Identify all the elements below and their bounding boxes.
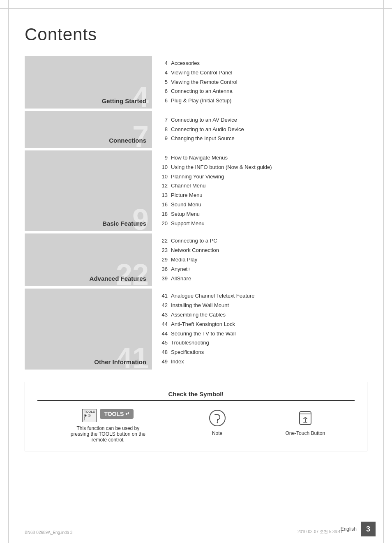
svg-point-0	[210, 410, 225, 426]
toc-item: 13Picture Menu	[159, 191, 367, 200]
toc-item: 42Installing the Wall Mount	[159, 301, 367, 310]
toc-item-text: Connecting to an Audio Device	[171, 125, 244, 134]
toc-item-text: Index	[171, 358, 184, 366]
toc-item: 4Viewing the Control Panel	[159, 69, 367, 77]
toc-item-page: 13	[159, 191, 168, 200]
toc-item-page: 6	[159, 87, 168, 96]
toc-item: 10Planning Your Viewing	[159, 173, 367, 181]
toc-item-page: 18	[159, 210, 168, 219]
footer-language: English	[341, 526, 357, 532]
symbol-box: Check the Symbol! TOOLS ◉ ◎ ʃ TOOLS ↵ Th…	[25, 382, 367, 451]
symbol-item-one-touch: One-Touch Button	[285, 409, 325, 436]
toc-item-text: Network Connection	[171, 246, 219, 255]
toc-item-text: Anynet+	[171, 265, 191, 274]
toc-item-page: 5	[159, 78, 168, 87]
toc-item: 7Connecting to an AV Device	[159, 116, 367, 125]
toc-item: 22Connecting to a PC	[159, 237, 367, 245]
toc-section-connections: Connections77Connecting to an AV Device8…	[25, 111, 367, 148]
section-number-getting-started: 4	[132, 82, 149, 109]
toc-section-getting-started: Getting Started44Accessories4Viewing the…	[25, 56, 367, 109]
toc-item-text: Picture Menu	[171, 191, 203, 200]
section-label-connections: Connections7	[25, 111, 152, 148]
section-label-getting-started: Getting Started4	[25, 56, 152, 109]
toc-item-text: Viewing the Control Panel	[171, 69, 232, 77]
toc-item: 23Network Connection	[159, 246, 367, 255]
section-number-connections: 7	[132, 122, 149, 148]
toc-item: 36Anynet+	[159, 265, 367, 274]
page-border-top	[0, 8, 392, 9]
toc-item-text: Anti-Theft Kensington Lock	[171, 320, 235, 329]
one-touch-symbol-label: One-Touch Button	[285, 430, 325, 436]
toc-item: 20Support Menu	[159, 220, 367, 228]
page-border-left	[8, 0, 9, 543]
toc-item: 5Viewing the Remote Control	[159, 78, 367, 87]
toc-item-text: Planning Your Viewing	[171, 173, 224, 181]
toc-item-page: 9	[159, 134, 168, 143]
toc-item: 16Sound Menu	[159, 201, 367, 209]
toc-item: 39AllShare	[159, 275, 367, 283]
toc-item: 10Using the INFO button (Now & Next guid…	[159, 163, 367, 172]
toc-item-text: Connecting to an Antenna	[171, 87, 233, 96]
section-name-connections: Connections	[109, 137, 146, 144]
toc-item: 45Troubleshooting	[159, 339, 367, 347]
page-border-right	[383, 0, 384, 543]
section-label-other-information: Other Information41	[25, 289, 152, 369]
toc-item-page: 12	[159, 182, 168, 190]
page-number-badge: 3	[361, 522, 376, 536]
toc-item-page: 48	[159, 348, 168, 357]
toc-item: 29Media Play	[159, 256, 367, 264]
toc-item-text: Using the INFO button (Now & Next guide)	[171, 163, 272, 172]
toc-item-page: 22	[159, 237, 168, 245]
toc-item: 44Securing the TV to the Wall	[159, 330, 367, 338]
toc-item-text: Securing the TV to the Wall	[171, 330, 236, 338]
toc-item-text: Installing the Wall Mount	[171, 301, 229, 310]
toc-item-text: How to Navigate Menus	[171, 154, 228, 162]
toc-item-text: Sound Menu	[171, 201, 201, 209]
toc-item-page: 10	[159, 173, 168, 181]
toc-item: 8Connecting to an Audio Device	[159, 125, 367, 134]
note-icon	[208, 409, 226, 427]
tools-icon-container: TOOLS ◉ ◎ ʃ TOOLS ↵	[82, 409, 134, 422]
tools-button-label: TOOLS	[104, 411, 124, 417]
toc-item-text: Support Menu	[171, 220, 205, 228]
toc-item-text: Troubleshooting	[171, 339, 209, 347]
file-info: BN68-02689A_Eng.indb 3	[25, 530, 72, 535]
toc-item: 9Changing the Input Source	[159, 134, 367, 143]
toc-item-text: Plug & Play (Initial Setup)	[171, 97, 231, 105]
toc-item-page: 10	[159, 163, 168, 172]
toc-item-page: 9	[159, 154, 168, 162]
toc-item-text: Channel Menu	[171, 182, 206, 190]
section-items-other-information: 41Analogue Channel Teletext Feature42Ins…	[152, 289, 367, 369]
toc-item-page: 41	[159, 292, 168, 300]
section-number-basic-features: 9	[132, 205, 149, 231]
symbol-items: TOOLS ◉ ◎ ʃ TOOLS ↵ This function can be…	[37, 409, 355, 443]
section-name-other-information: Other Information	[94, 358, 146, 365]
section-name-getting-started: Getting Started	[102, 97, 146, 104]
tools-button-symbol: ↵	[125, 411, 129, 417]
toc-section-advanced-features: Advanced Features2222Connecting to a PC2…	[25, 233, 367, 286]
toc-item: 49Index	[159, 358, 367, 366]
toc-container: Getting Started44Accessories4Viewing the…	[25, 56, 367, 370]
toc-item-page: 29	[159, 256, 168, 264]
toc-item-text: Setup Menu	[171, 210, 200, 219]
toc-item-page: 49	[159, 358, 168, 366]
toc-item-page: 8	[159, 125, 168, 134]
section-number-advanced-features: 22	[116, 260, 149, 286]
toc-item-page: 4	[159, 59, 168, 68]
toc-section-basic-features: Basic Features99How to Navigate Menus10U…	[25, 150, 367, 231]
note-symbol-label: Note	[212, 430, 222, 436]
section-label-advanced-features: Advanced Features22	[25, 233, 152, 286]
symbol-item-note: Note	[208, 409, 226, 436]
svg-point-1	[217, 422, 218, 423]
toc-item-text: Viewing the Remote Control	[171, 78, 238, 87]
toc-item-page: 6	[159, 97, 168, 105]
toc-item-text: Changing the Input Source	[171, 134, 235, 143]
toc-item-page: 39	[159, 275, 168, 283]
toc-item-page: 16	[159, 201, 168, 209]
section-name-basic-features: Basic Features	[102, 220, 146, 227]
section-items-advanced-features: 22Connecting to a PC23Network Connection…	[152, 233, 367, 286]
section-items-connections: 7Connecting to an AV Device8Connecting t…	[152, 111, 367, 148]
toc-item-page: 44	[159, 330, 168, 338]
section-number-other-information: 41	[116, 343, 149, 370]
date-info: 2010-03-07 오전 5:36:41	[297, 529, 343, 535]
